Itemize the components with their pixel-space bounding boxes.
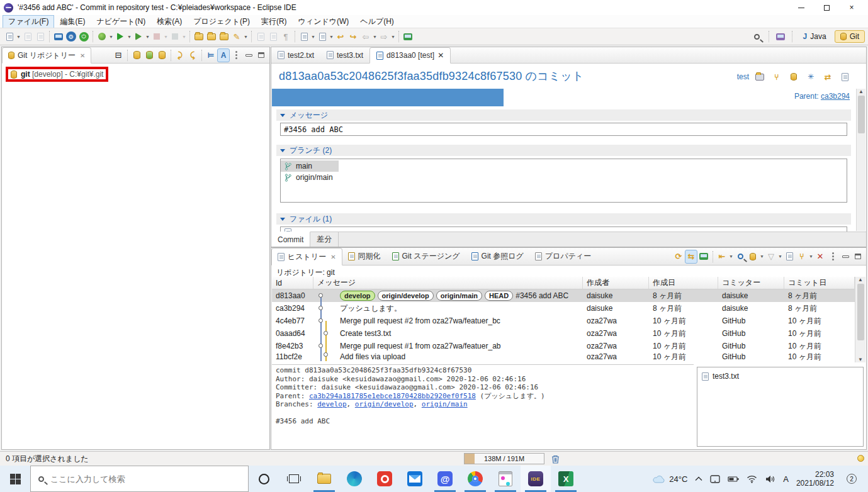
highlight-dropdown[interactable]: ▼ xyxy=(243,30,249,43)
mail-button[interactable] xyxy=(400,466,430,492)
close-icon[interactable]: ✕ xyxy=(330,254,335,260)
prev-annotation-icon[interactable] xyxy=(316,30,329,43)
forward-dropdown[interactable]: ▼ xyxy=(390,30,396,43)
menu-search[interactable]: 検索(A) xyxy=(151,15,188,28)
pilcrow-icon[interactable]: ¶ xyxy=(279,30,292,43)
weather-widget[interactable]: 24°C xyxy=(653,474,687,484)
maximize-window-button[interactable] xyxy=(814,0,839,15)
start-button[interactable] xyxy=(0,466,30,492)
tray-expand-button[interactable] xyxy=(695,476,702,481)
compare-mode-icon[interactable] xyxy=(783,250,796,264)
hierarchy-layout-icon[interactable]: ⊨ xyxy=(205,48,217,62)
column-author[interactable]: 作成者 xyxy=(583,277,649,289)
editor-tab-commit[interactable]: d813aa0 [test] ✕ xyxy=(369,47,451,64)
fetch-icon[interactable]: ⤸ xyxy=(174,48,186,62)
create-branch-icon[interactable]: ⑂ xyxy=(770,70,783,84)
next-annotation-dropdown[interactable]: ▼ xyxy=(310,30,316,43)
eclipse-button[interactable]: IDE xyxy=(521,466,551,492)
profile-dropdown[interactable]: ▼ xyxy=(181,30,187,43)
scroll-thumb[interactable] xyxy=(858,96,865,133)
stop-icon[interactable] xyxy=(150,30,163,43)
file-item-test3[interactable]: test3.txt xyxy=(702,371,859,382)
branch-item-main[interactable]: main xyxy=(281,160,339,172)
collapse-triangle-icon[interactable] xyxy=(280,114,285,117)
view-menu-icon[interactable] xyxy=(826,250,839,264)
tab-synchronize[interactable]: 同期化 xyxy=(342,248,386,265)
history-row[interactable]: d813aa0 developorigin/developorigin/main… xyxy=(272,289,855,302)
clone-repository-icon[interactable] xyxy=(143,48,155,62)
push-icon[interactable]: ⤹ xyxy=(186,48,199,62)
parent-commit-link[interactable]: ca3b294 xyxy=(821,92,850,101)
scroll-up-icon[interactable]: ▲ xyxy=(859,89,864,94)
taskbar-search[interactable] xyxy=(30,466,249,492)
tab-properties[interactable]: プロパティー xyxy=(529,248,597,265)
maximize-view-icon[interactable] xyxy=(255,48,268,62)
section-branches[interactable]: ブランチ (2) xyxy=(276,145,851,156)
coverage-dropdown[interactable]: ▼ xyxy=(145,30,150,43)
parent-hash-link[interactable]: ca3b294a181785e1ebce1870428bb2920ef0f518 xyxy=(309,392,476,400)
tab-history[interactable]: ヒストリー ✕ xyxy=(271,248,342,266)
coverage-icon[interactable] xyxy=(132,30,145,43)
export-icon[interactable] xyxy=(218,30,230,43)
notes-app-button[interactable] xyxy=(490,466,521,492)
minimize-window-button[interactable] xyxy=(789,0,814,15)
menu-run[interactable]: 実行(R) xyxy=(256,15,293,28)
history-row[interactable]: 11bcf2e Add files via upload oza27wa 10 … xyxy=(272,352,855,361)
show-whitespace-icon[interactable] xyxy=(267,30,279,43)
delete-icon[interactable]: ✕ xyxy=(814,250,826,264)
menu-window[interactable]: ウィンドウ(W) xyxy=(293,15,355,28)
column-message[interactable]: メッセージ xyxy=(313,277,583,289)
menu-help[interactable]: ヘルプ(H) xyxy=(354,15,400,28)
checkout-commit-icon[interactable] xyxy=(787,70,800,84)
repo-link[interactable]: test xyxy=(737,72,749,81)
history-row[interactable]: f8e42b3 Merge pull request #1 from oza27… xyxy=(272,340,855,352)
clock[interactable]: 22:03 2021/08/12 xyxy=(796,470,834,488)
branch-link-origin-develop[interactable]: origin/develop xyxy=(355,400,414,408)
mark-occurrences-icon[interactable] xyxy=(254,30,267,43)
repository-filter-dropdown[interactable]: ▼ xyxy=(759,250,765,264)
column-committed-date[interactable]: コミット日 xyxy=(784,277,855,289)
tab-diff-page[interactable]: 差分 xyxy=(310,232,339,247)
create-tag-icon[interactable] xyxy=(753,70,766,84)
column-committer[interactable]: コミッター xyxy=(718,277,784,289)
highlight-icon[interactable]: ✎ xyxy=(230,30,243,43)
cherry-pick-icon[interactable]: ✳ xyxy=(804,70,817,84)
garbage-collect-icon[interactable] xyxy=(549,453,561,464)
menu-navigate[interactable]: ナビゲート(N) xyxy=(91,15,151,28)
minimize-view-icon[interactable] xyxy=(839,250,852,264)
tablet-mode-icon[interactable] xyxy=(710,475,720,483)
edge-button[interactable] xyxy=(339,466,369,492)
back-dropdown[interactable]: ▼ xyxy=(372,30,378,43)
close-window-button[interactable]: × xyxy=(839,0,864,15)
tab-git-reflog[interactable]: Git 参照ログ xyxy=(466,248,529,265)
menu-file[interactable]: ファイル(F) xyxy=(3,15,54,28)
funnel-icon[interactable]: ▽ xyxy=(765,250,777,264)
at-app-button[interactable]: @ xyxy=(430,466,460,492)
preferences-gear-icon[interactable]: ⚙ xyxy=(65,30,77,43)
table-scrollbar[interactable]: ▲ ▼ xyxy=(855,277,865,362)
branch-link-develop[interactable]: develop xyxy=(317,400,346,408)
profile-icon[interactable] xyxy=(169,30,181,43)
section-message[interactable]: メッセージ xyxy=(276,109,851,121)
repository-filter-icon[interactable] xyxy=(747,250,759,264)
collapse-triangle-icon[interactable] xyxy=(280,149,285,152)
filter-commits-icon[interactable]: ⇤ xyxy=(716,250,728,264)
cortana-button[interactable] xyxy=(249,466,279,492)
collapse-triangle-icon[interactable] xyxy=(280,218,285,221)
red-app-button[interactable] xyxy=(369,466,400,492)
editor-scrollbar[interactable]: ▲ xyxy=(856,89,865,231)
editor-tab-test3[interactable]: test3.txt xyxy=(320,47,369,63)
history-row[interactable]: 0aaad64 Create test3.txt oza27wa 10 ヶ月前 … xyxy=(272,327,855,340)
heap-status[interactable]: 138M / 191M xyxy=(464,453,544,464)
save-icon[interactable] xyxy=(21,30,34,43)
file-explorer-button[interactable] xyxy=(309,466,339,492)
menu-edit[interactable]: 編集(E) xyxy=(54,15,91,28)
debug-dropdown[interactable]: ▼ xyxy=(108,30,114,43)
run-dropdown[interactable]: ▼ xyxy=(127,30,132,43)
refresh-icon[interactable]: ⟳ xyxy=(672,250,685,264)
tab-commit-page[interactable]: Commit xyxy=(271,232,310,247)
history-row[interactable]: ca3b294 プッシュします。 daisuke 8 ヶ月前 daisuke 8… xyxy=(272,302,855,315)
all-branches-icon[interactable]: ⑂ xyxy=(796,250,808,264)
forward-edit-icon[interactable]: ↪ xyxy=(347,30,359,43)
last-edit-icon[interactable]: ↩ xyxy=(334,30,347,43)
